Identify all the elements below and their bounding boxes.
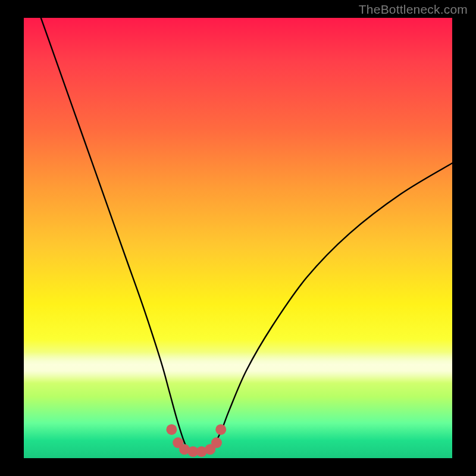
bottleneck-curve — [41, 18, 452, 452]
curve-layer — [41, 18, 452, 452]
outer-frame: TheBottleneck.com — [0, 0, 476, 476]
chart-svg — [24, 18, 452, 458]
trough-marker — [211, 437, 222, 448]
trough-marker — [215, 424, 226, 435]
watermark-text: TheBottleneck.com — [359, 2, 468, 17]
marker-layer — [166, 424, 226, 457]
trough-marker — [166, 424, 177, 435]
